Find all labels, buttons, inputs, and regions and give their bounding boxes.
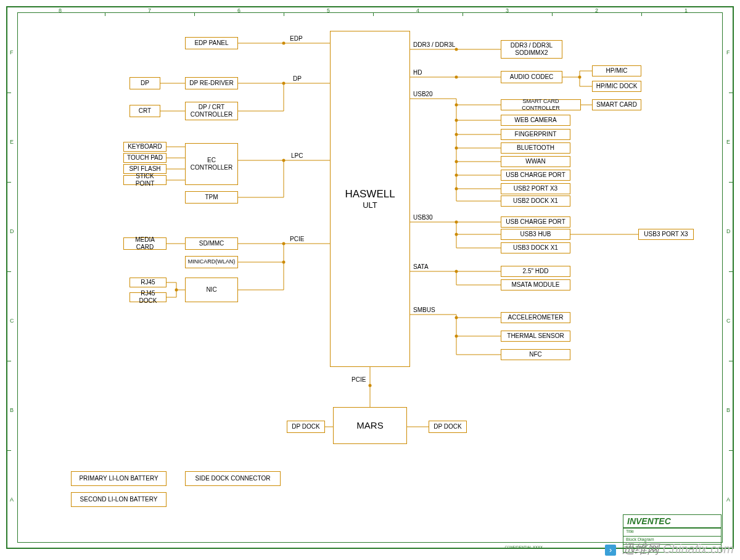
- svg-point-56: [455, 174, 458, 177]
- bus-smbus: SMBUS: [413, 307, 435, 313]
- primary-battery: PRIMARY LI-LON BATTERY: [71, 471, 166, 486]
- svg-point-35: [455, 48, 458, 51]
- ec-ctrl: EC CONTROLLER: [185, 143, 238, 185]
- cpu-name: HASWELL: [345, 187, 395, 200]
- nfc: NFC: [501, 349, 570, 360]
- bluetooth: BLUETOOTH: [501, 142, 570, 154]
- web-camera: WEB CAMERA: [501, 115, 570, 126]
- usb2-port-x3: USB2 PORT X3: [501, 183, 570, 194]
- hp-mic-dock: HP/MIC DOCK: [592, 81, 641, 92]
- bus-dp: DP: [293, 75, 302, 82]
- accelerometer: ACCELEROMETER: [501, 312, 570, 323]
- svg-point-29: [175, 289, 178, 292]
- bus-sata: SATA: [413, 263, 429, 270]
- hdd-25: 2.5" HDD: [501, 266, 570, 277]
- title-row: Title: [623, 528, 721, 536]
- bus-usb30: USB30: [413, 214, 433, 221]
- svg-point-1: [282, 42, 286, 45]
- second-battery: SECOND LI-LON BATTERY: [71, 492, 166, 507]
- touchpad: TOUCH PAD: [123, 153, 166, 163]
- wwan: WWAN: [501, 156, 570, 167]
- svg-point-52: [455, 147, 458, 150]
- title-row: Block Diagram: [623, 536, 721, 544]
- confidential-strip: CONFIDENTIAL XXXX: [505, 545, 543, 549]
- msata: MSATA MODULE: [501, 279, 570, 290]
- hp-mic: HP/MIC: [592, 65, 641, 76]
- mars-block: MARS: [333, 407, 407, 444]
- media-card: MEDIA CARD: [123, 237, 166, 250]
- usb3-dock-x1: USB3 DOCK X1: [501, 242, 570, 253]
- bus-usb20: USB20: [413, 91, 433, 97]
- ddr-sodimm: DDR3 / DDR3L SODIMMX2: [501, 40, 562, 59]
- crt-connector: CRT: [130, 105, 160, 117]
- cpu-sub: ULT: [363, 200, 377, 210]
- side-dock: SIDE DOCK CONNECTOR: [185, 471, 281, 486]
- svg-point-77: [455, 316, 458, 319]
- dp-dock-right: DP DOCK: [429, 421, 467, 433]
- minicard-wlan: MINICARD(WLAN): [185, 256, 238, 268]
- bus-ddr: DDR3 / DDR3L: [413, 41, 455, 48]
- bus-edp: EDP: [290, 35, 303, 42]
- usb3-charge-port: USB CHARGE PORT: [501, 216, 570, 228]
- bus-pcie-left: PCIE: [290, 236, 304, 242]
- smart-card: SMART CARD: [592, 99, 641, 110]
- cpu-block: HASWELL ULT: [330, 31, 410, 367]
- svg-point-46: [455, 104, 458, 107]
- svg-point-58: [455, 187, 458, 191]
- usb2-dock-x1: USB2 DOCK X1: [501, 196, 570, 207]
- svg-point-40: [578, 76, 582, 79]
- dp-dock-left: DP DOCK: [287, 421, 325, 433]
- svg-point-79: [455, 335, 458, 338]
- svg-point-54: [455, 160, 458, 163]
- svg-point-37: [455, 76, 458, 79]
- dp-connector: DP: [130, 77, 160, 89]
- sd-mmc: SD/MMC: [185, 237, 238, 250]
- keyboard: KEYBOARD: [123, 142, 166, 152]
- usb3-hub: USB3 HUB: [501, 229, 570, 240]
- bus-pcie-down: PCIE: [352, 376, 366, 383]
- svg-point-72: [455, 270, 458, 273]
- usb3-port-x3: USB3 PORT X3: [638, 229, 694, 240]
- svg-point-66: [455, 233, 458, 236]
- svg-point-50: [455, 133, 458, 136]
- rj45-dock: RJ45 DOCK: [130, 292, 166, 302]
- fingerprint: FINGERPRINT: [501, 129, 570, 140]
- svg-point-31: [369, 384, 372, 387]
- rj45: RJ45: [130, 278, 166, 287]
- thermal-sensor: THERMAL SENSOR: [501, 331, 570, 342]
- company-name: INVENTEC: [623, 515, 721, 528]
- svg-point-64: [455, 221, 458, 224]
- tpm: TPM: [185, 191, 238, 204]
- stick-point: STICK POINT: [123, 175, 166, 185]
- dp-redriver: DP RE-DRIVER: [185, 77, 238, 89]
- bus-hd: HD: [413, 69, 422, 76]
- edp-panel: EDP PANEL: [185, 37, 238, 49]
- bus-lpc: LPC: [291, 152, 303, 159]
- title-block: INVENTEC Title Block Diagram Size Sheet: [623, 514, 722, 553]
- usb-charge-port-2: USB CHARGE PORT: [501, 170, 570, 181]
- nic: NIC: [185, 278, 238, 302]
- audio-codec: AUDIO CODEC: [501, 71, 562, 83]
- smart-card-ctrl: SMART CARD CONTROLLER: [501, 99, 581, 110]
- title-row: Size Sheet: [623, 544, 721, 552]
- svg-point-48: [455, 119, 458, 122]
- dp-crt-ctrl: DP / CRT CONTROLLER: [185, 102, 238, 120]
